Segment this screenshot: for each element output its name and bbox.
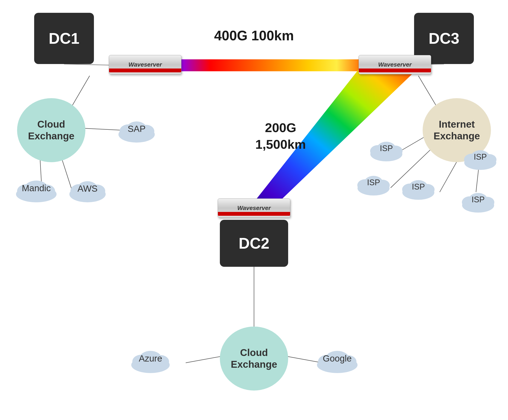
- azure-node: Azure: [128, 346, 173, 374]
- isp-1-node: ISP: [367, 137, 405, 163]
- waveserver-3-label: Waveserver: [378, 61, 412, 68]
- isp-5-label: ISP: [459, 195, 497, 204]
- link-400g-label: 400G 100km: [214, 28, 294, 44]
- cloud-exchange-2: Cloud Exchange: [220, 327, 288, 390]
- dc2-box: DC2: [220, 220, 288, 267]
- azure-label: Azure: [128, 353, 173, 364]
- waveserver-2: Waveserver: [218, 198, 290, 220]
- link-200g-label: 200G 1,500km: [255, 120, 306, 153]
- google-node: Google: [314, 346, 361, 374]
- internet-exchange-label: Internet Exchange: [433, 119, 480, 142]
- isp-5-node: ISP: [459, 188, 497, 214]
- isp-3-label: ISP: [399, 182, 438, 191]
- sap-label: SAP: [115, 124, 158, 134]
- cloud-exchange-1: Cloud Exchange: [17, 98, 85, 162]
- aws-node: AWS: [66, 175, 109, 204]
- isp-4-node: ISP: [461, 145, 500, 172]
- google-label: Google: [314, 353, 361, 364]
- dc2-group: Waveserver DC2: [218, 198, 290, 267]
- dc2-label: DC2: [239, 234, 269, 252]
- svg-line-2: [64, 64, 109, 65]
- waveserver-1-label: Waveserver: [128, 61, 162, 68]
- mandic-node: Mandic: [13, 175, 60, 204]
- isp-3-node: ISP: [399, 175, 438, 202]
- isp-2-label: ISP: [354, 178, 393, 187]
- waveserver-1: Waveserver: [109, 55, 181, 76]
- cloud-exchange-1-label: Cloud Exchange: [28, 119, 74, 142]
- diagram-container: DC1 DC3 Waveserver Waveserver 400G 100km…: [0, 0, 508, 420]
- waveserver-2-label: Waveserver: [237, 205, 271, 211]
- isp-4-label: ISP: [461, 152, 500, 162]
- cloud-exchange-2-label: Cloud Exchange: [231, 347, 277, 370]
- dc1-label: DC1: [49, 30, 79, 47]
- waveserver-3: Waveserver: [359, 55, 431, 76]
- isp-1-label: ISP: [367, 144, 405, 153]
- dc1-box: DC1: [34, 13, 94, 64]
- dc3-label: DC3: [429, 30, 459, 47]
- svg-line-11: [440, 158, 459, 192]
- mandic-label: Mandic: [13, 183, 60, 193]
- aws-label: AWS: [66, 184, 109, 194]
- sap-node: SAP: [115, 115, 158, 144]
- isp-2-node: ISP: [354, 171, 393, 197]
